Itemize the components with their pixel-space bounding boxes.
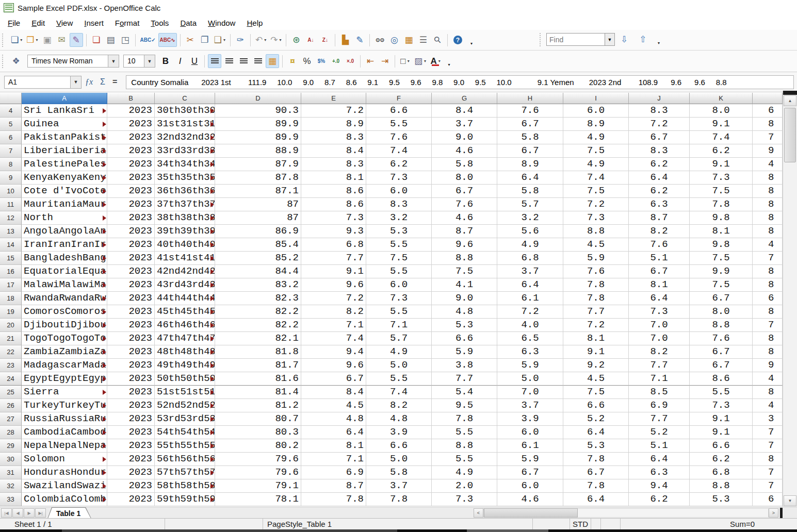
- cell-D25[interactable]: 81.4: [215, 386, 301, 399]
- cell-H14[interactable]: 4.9: [497, 238, 563, 252]
- cell-K5[interactable]: 9.1: [690, 118, 753, 131]
- cell-K19[interactable]: 8.0: [690, 305, 753, 319]
- cell-A27[interactable]: RussiaRussiaRu: [22, 412, 107, 426]
- cell-D10[interactable]: 87.1: [215, 185, 301, 198]
- cell-C14[interactable]: 40th40th40: [155, 238, 215, 252]
- cell-I18[interactable]: 7.8: [563, 292, 629, 305]
- cell-F22[interactable]: 4.9: [366, 345, 432, 359]
- cell-K10[interactable]: 7.5: [690, 185, 753, 198]
- function-wizard-button[interactable]: ƒx: [85, 77, 93, 87]
- cell-F33[interactable]: 7.8: [366, 493, 432, 506]
- cell-D14[interactable]: 85.4: [215, 238, 301, 252]
- cell-E21[interactable]: 7.4: [301, 332, 366, 345]
- cell-L18[interactable]: 6: [753, 292, 783, 305]
- cell-G29[interactable]: 8.8: [432, 439, 497, 453]
- cell-I23[interactable]: 9.2: [563, 359, 629, 372]
- next-sheet-button[interactable]: ▶: [24, 508, 35, 518]
- styles-button[interactable]: ❖: [9, 54, 23, 68]
- cell-D11[interactable]: 87: [215, 198, 301, 211]
- cell-J5[interactable]: 7.2: [629, 118, 690, 131]
- cell-D5[interactable]: 89.9: [215, 118, 301, 131]
- sort-ascending-button[interactable]: A↓: [304, 33, 317, 47]
- cell-K11[interactable]: 7.8: [690, 198, 753, 211]
- currency-format-button[interactable]: ¤: [286, 54, 299, 68]
- cell-A32[interactable]: SwazilandSwazi: [22, 479, 107, 493]
- cell-J10[interactable]: 6.2: [629, 185, 690, 198]
- cell-K20[interactable]: 8.8: [690, 319, 753, 332]
- menu-file[interactable]: File: [2, 17, 26, 29]
- find-replace-button[interactable]: ⊙⊙: [373, 33, 386, 47]
- vertical-scroll-thumb[interactable]: [784, 108, 796, 162]
- cell-J9[interactable]: 6.4: [629, 171, 690, 185]
- cell-B12[interactable]: 2023: [107, 211, 155, 225]
- cell-F13[interactable]: 5.3: [366, 225, 432, 238]
- last-sheet-button[interactable]: ▶|: [35, 508, 46, 518]
- cell-L4[interactable]: 6: [753, 104, 783, 118]
- cell-C25[interactable]: 51st51st51: [155, 386, 215, 399]
- cell-A13[interactable]: AngolaAngolaAn: [22, 225, 107, 238]
- cell-A33[interactable]: ColombiaColomb: [22, 493, 107, 506]
- cell-H26[interactable]: 3.7: [497, 399, 563, 412]
- toolbar-grip[interactable]: [2, 55, 6, 68]
- cell-D17[interactable]: 83.2: [215, 278, 301, 292]
- cell-J21[interactable]: 7.0: [629, 332, 690, 345]
- cell-A31[interactable]: HondurasHondur: [22, 466, 107, 479]
- chevron-down-icon[interactable]: ▾: [279, 38, 281, 42]
- cell-F23[interactable]: 5.0: [366, 359, 432, 372]
- cell-A5[interactable]: Guinea: [22, 118, 107, 131]
- cell-A8[interactable]: PalestinePales: [22, 158, 107, 171]
- edit-mode-button[interactable]: ✎: [70, 33, 83, 47]
- cell-K4[interactable]: 8.0: [690, 104, 753, 118]
- cell-A12[interactable]: North: [22, 211, 107, 225]
- scroll-down-button[interactable]: ▼: [784, 495, 796, 506]
- cell-B16[interactable]: 2023: [107, 265, 155, 278]
- row-header-20[interactable]: 20: [0, 319, 22, 332]
- cell-L19[interactable]: 8: [753, 305, 783, 319]
- cell-I28[interactable]: 6.4: [563, 426, 629, 439]
- cell-L21[interactable]: 8: [753, 332, 783, 345]
- font-color-button[interactable]: A▾: [429, 54, 442, 68]
- row-header-13[interactable]: 13: [0, 225, 22, 238]
- cell-F19[interactable]: 5.5: [366, 305, 432, 319]
- split-handle[interactable]: [780, 508, 783, 518]
- cut-button[interactable]: ✂: [184, 33, 197, 47]
- cell-B29[interactable]: 2023: [107, 439, 155, 453]
- cell-A30[interactable]: Solomon: [22, 453, 107, 466]
- cell-L8[interactable]: 4: [753, 158, 783, 171]
- cell-A25[interactable]: Sierra: [22, 386, 107, 399]
- cell-L15[interactable]: 7: [753, 252, 783, 265]
- cell-H10[interactable]: 5.8: [497, 185, 563, 198]
- cell-F32[interactable]: 3.7: [366, 479, 432, 493]
- cell-G27[interactable]: 7.8: [432, 412, 497, 426]
- cell-K13[interactable]: 8.1: [690, 225, 753, 238]
- cell-G18[interactable]: 9.0: [432, 292, 497, 305]
- cell-A21[interactable]: TogoTogoTogoTo: [22, 332, 107, 345]
- cell-H28[interactable]: 6.0: [497, 426, 563, 439]
- cell-G14[interactable]: 9.6: [432, 238, 497, 252]
- cell-F11[interactable]: 8.3: [366, 198, 432, 211]
- cell-B9[interactable]: 2023: [107, 171, 155, 185]
- cell-L31[interactable]: 7: [753, 466, 783, 479]
- cell-B18[interactable]: 2023: [107, 292, 155, 305]
- name-box[interactable]: A1 ▼: [4, 76, 82, 89]
- cell-F14[interactable]: 5.5: [366, 238, 432, 252]
- cell-I33[interactable]: 6.4: [563, 493, 629, 506]
- column-header-K[interactable]: K: [690, 93, 753, 104]
- cell-J29[interactable]: 5.1: [629, 439, 690, 453]
- cell-C10[interactable]: 36th36th36: [155, 185, 215, 198]
- row-header-24[interactable]: 24: [0, 372, 22, 386]
- cell-B11[interactable]: 2023: [107, 198, 155, 211]
- cell-C15[interactable]: 41st41st41: [155, 252, 215, 265]
- font-name-combo[interactable]: Times New Roman ▼: [27, 55, 119, 68]
- cell-G24[interactable]: 7.7: [432, 372, 497, 386]
- cell-B33[interactable]: 2023: [107, 493, 155, 506]
- cell-F28[interactable]: 3.9: [366, 426, 432, 439]
- cell-F18[interactable]: 7.3: [366, 292, 432, 305]
- cell-D4[interactable]: 90.3: [215, 104, 301, 118]
- format-paintbrush-button[interactable]: ✑: [234, 33, 247, 47]
- cell-A26[interactable]: TurkeyTurkeyTu: [22, 399, 107, 412]
- cell-C8[interactable]: 34th34th34: [155, 158, 215, 171]
- cell-C27[interactable]: 53rd53rd53: [155, 412, 215, 426]
- cell-E17[interactable]: 9.6: [301, 278, 366, 292]
- menu-format[interactable]: Format: [109, 17, 145, 29]
